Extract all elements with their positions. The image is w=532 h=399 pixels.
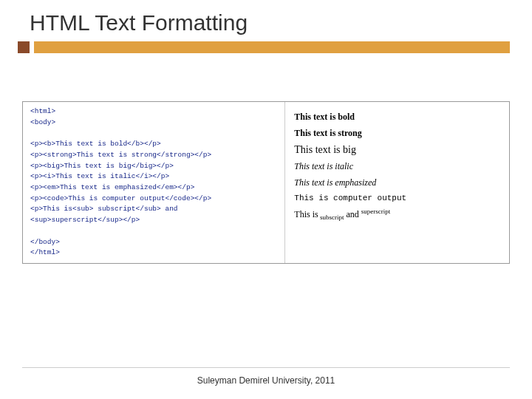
accent-bar bbox=[34, 41, 510, 53]
output-subsup: This is subscript and superscript bbox=[294, 208, 500, 221]
accent-row bbox=[0, 41, 532, 53]
accent-box bbox=[18, 41, 30, 53]
content-container: <html> <body> <p><b>This text is bold</b… bbox=[22, 101, 510, 264]
code-line: <p><code>This is computer output</code><… bbox=[30, 194, 211, 202]
divider-line bbox=[22, 367, 510, 368]
output-big: This text is big bbox=[294, 144, 500, 156]
code-line: <sup>superscript</sup></p> bbox=[30, 216, 140, 224]
code-line: <p>This is<sub> subscript</sub> and bbox=[30, 205, 178, 213]
superscript-text: superscript bbox=[361, 208, 391, 215]
output-bold: This text is bold bbox=[294, 112, 500, 123]
output-italic: This text is italic bbox=[294, 161, 500, 172]
output-strong: This text is strong bbox=[294, 128, 500, 139]
code-line: <p><em>This text is emphasized</em></p> bbox=[30, 183, 194, 191]
subsup-prefix: This is bbox=[294, 209, 318, 219]
page-title: HTML Text Formatting bbox=[0, 0, 532, 41]
footer-text: Suleyman Demirel University, 2011 bbox=[0, 375, 532, 386]
code-line: </html> bbox=[30, 248, 60, 256]
subsup-mid: and bbox=[344, 209, 361, 219]
output-code: This is computer output bbox=[294, 194, 500, 202]
code-line: <html> bbox=[30, 107, 55, 115]
subscript-text: subscript bbox=[318, 214, 344, 221]
output-emphasized: This text is emphasized bbox=[294, 177, 500, 188]
code-line: <p><i>This text is italic</i></p> bbox=[30, 172, 169, 180]
code-panel: <html> <body> <p><b>This text is bold</b… bbox=[23, 102, 285, 263]
output-panel: This text is bold This text is strong Th… bbox=[285, 102, 509, 263]
code-line: </body> bbox=[30, 238, 60, 246]
code-line: <body> bbox=[30, 118, 55, 126]
code-line: <p><big>This text is big</big></p> bbox=[30, 162, 174, 170]
code-line: <p><b>This text is bold</b></p> bbox=[30, 140, 161, 148]
code-line: <p><strong>This text is strong</strong><… bbox=[30, 151, 211, 159]
